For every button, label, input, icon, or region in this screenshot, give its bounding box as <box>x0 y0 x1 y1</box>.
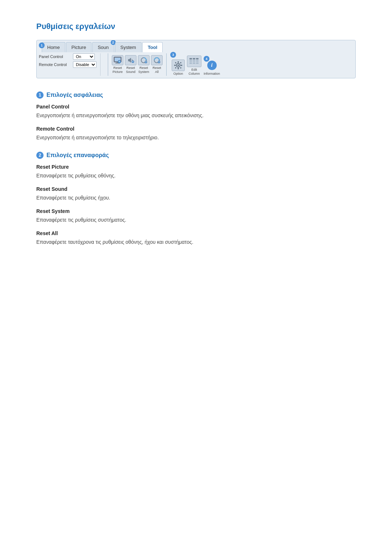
svg-marker-5 <box>128 58 131 63</box>
option-label: Option <box>173 72 183 76</box>
svg-marker-8 <box>145 59 147 60</box>
svg-point-6 <box>132 61 134 63</box>
svg-rect-28 <box>196 60 199 62</box>
tab-sound[interactable]: Soun 2 <box>92 42 114 52</box>
section-2-title: Επιλογές επαναφοράς <box>46 152 109 159</box>
badge-4: 4 <box>204 56 209 62</box>
right-icons-row: Option <box>172 56 220 76</box>
divider-2 <box>166 53 167 76</box>
remote-control-select[interactable]: Disable Enable <box>73 61 97 68</box>
panel-control-row: Panel Control On Off <box>39 53 97 60</box>
option-icon <box>172 59 185 71</box>
divider-1 <box>108 53 108 76</box>
section-1-heading: 1 Επιλογές ασφάλειας <box>36 91 356 99</box>
svg-rect-21 <box>175 67 176 69</box>
svg-rect-23 <box>189 58 192 59</box>
remote-control-label: Remote Control <box>39 62 72 67</box>
reset-icons-row: Reset Picture Reset <box>112 55 163 74</box>
svg-rect-25 <box>196 58 199 59</box>
svg-rect-15 <box>178 61 179 63</box>
svg-rect-31 <box>196 62 199 64</box>
reset-system-desc: Επαναφέρετε τις ρυθμίσεις συστήματος. <box>36 216 356 224</box>
svg-point-12 <box>158 61 160 63</box>
panel-control-title: Panel Control <box>36 104 356 110</box>
section-1-title: Επιλογές ασφάλειας <box>46 92 103 98</box>
information-section: 4 i Information <box>204 57 220 76</box>
panel-control-label: Panel Control <box>39 54 72 59</box>
svg-rect-19 <box>175 62 176 63</box>
reset-picture-label: Reset Picture <box>113 66 123 74</box>
reset-picture-title: Reset Picture <box>36 164 356 170</box>
svg-rect-16 <box>178 68 179 69</box>
svg-point-14 <box>177 65 179 66</box>
reset-picture-desc: Επαναφέρετε τις ρυθμίσεις οθόνης. <box>36 172 356 180</box>
toolbar-controls-section: Panel Control On Off Remote Control Disa… <box>39 53 101 76</box>
badge-3: 3 <box>170 52 176 58</box>
tab-sound-label: Soun <box>98 45 109 50</box>
reset-sound-title: Reset Sound <box>36 186 356 192</box>
reset-system-icon <box>138 55 150 65</box>
reset-sound-desc: Επαναφέρετε τις ρυθμίσεις ήχου. <box>36 194 356 202</box>
reset-all-icon <box>151 55 163 65</box>
tab-system[interactable]: System <box>115 42 142 52</box>
reset-picture-icon <box>112 55 123 65</box>
svg-marker-11 <box>158 59 160 60</box>
tab-tool[interactable]: Tool <box>142 42 163 52</box>
reset-system-label: Reset System <box>138 66 149 74</box>
toolbar-body: Panel Control On Off Remote Control Disa… <box>37 52 355 78</box>
svg-rect-30 <box>193 62 195 64</box>
reset-sound-label: Reset Sound <box>126 66 135 74</box>
toolbar: 1 Home Picture Soun 2 System Tool Panel … <box>36 40 356 78</box>
svg-rect-18 <box>181 65 182 66</box>
edit-column-button[interactable]: EditColumn <box>187 56 201 76</box>
svg-rect-29 <box>189 62 192 64</box>
information-button[interactable]: i Information <box>204 59 220 76</box>
svg-point-9 <box>145 61 147 63</box>
reset-system-button[interactable]: Reset System <box>138 55 150 74</box>
svg-rect-26 <box>189 60 192 62</box>
remote-control-row: Remote Control Disable Enable <box>39 61 97 68</box>
section-1-content: Panel Control Ενεργοποιήστε ή απενεργοπο… <box>36 104 356 141</box>
svg-rect-20 <box>180 62 181 63</box>
option-button[interactable]: Option <box>172 59 185 76</box>
panel-control-desc: Ενεργοποιήστε ή απενεργοποιήστε την οθόν… <box>36 112 356 119</box>
svg-rect-22 <box>180 67 181 69</box>
info-circle: i <box>207 61 217 70</box>
edit-column-label: EditColumn <box>188 68 200 76</box>
panel-control-select[interactable]: On Off <box>73 53 95 60</box>
reset-sound-icon <box>125 55 136 65</box>
page-title: Ρυθμίσεις εργαλείων <box>36 22 356 31</box>
reset-system-title: Reset System <box>36 208 356 214</box>
edit-column-icon <box>187 56 201 67</box>
reset-sound-button[interactable]: Reset Sound <box>125 55 136 74</box>
toolbar-tabs-area: 1 Home Picture Soun 2 System Tool <box>37 40 355 52</box>
reset-all-title: Reset All <box>36 230 356 236</box>
reset-all-label: Reset All <box>152 66 161 74</box>
section-1-badge: 1 <box>36 91 44 99</box>
reset-all-desc: Επαναφέρετε ταυτόχρονα τις ρυθμίσεις οθό… <box>36 238 356 246</box>
section-2-content: Reset Picture Επαναφέρετε τις ρυθμίσεις … <box>36 164 356 246</box>
tab-picture[interactable]: Picture <box>66 42 91 52</box>
tools-section: 3 <box>170 53 220 76</box>
reset-section: Reset Picture Reset <box>112 53 163 76</box>
svg-rect-17 <box>174 65 176 66</box>
section-2-heading: 2 Επιλογές επαναφοράς <box>36 152 356 159</box>
remote-control-title: Remote Control <box>36 126 356 132</box>
svg-point-4 <box>118 60 121 63</box>
section-2-badge: 2 <box>36 152 44 159</box>
reset-picture-button[interactable]: Reset Picture <box>112 55 123 74</box>
svg-rect-24 <box>193 58 195 59</box>
information-label: Information <box>204 72 220 76</box>
remote-control-desc: Ενεργοποιήστε ή απενεργοποιήστε το τηλεχ… <box>36 134 356 141</box>
tab-home[interactable]: Home <box>42 42 65 52</box>
reset-all-button[interactable]: Reset All <box>151 55 163 74</box>
badge-1: 1 <box>39 42 45 48</box>
svg-rect-27 <box>193 60 195 62</box>
